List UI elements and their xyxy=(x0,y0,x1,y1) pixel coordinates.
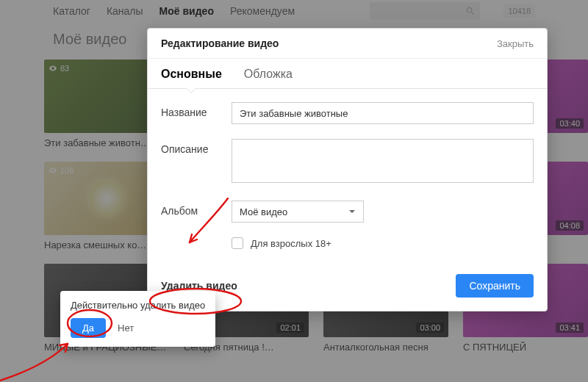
confirm-message: Действительно удалить видео xyxy=(71,300,205,311)
name-input[interactable] xyxy=(232,102,534,124)
album-selected-value: Моё видео xyxy=(240,206,287,217)
modal-tabs: Основные Обложка xyxy=(148,59,547,88)
album-select[interactable]: Моё видео xyxy=(232,201,364,223)
tab-main[interactable]: Основные xyxy=(161,68,222,88)
confirm-yes-button[interactable]: Да xyxy=(71,318,106,338)
label-album: Альбом xyxy=(161,201,232,217)
modal-title: Редактирование видео xyxy=(161,37,279,49)
label-name: Название xyxy=(161,102,232,118)
tab-cover[interactable]: Обложка xyxy=(244,68,293,88)
delete-confirm-popover: Действительно удалить видео Да Нет xyxy=(60,291,215,347)
delete-video-link[interactable]: Удалить видео xyxy=(161,280,237,292)
close-button[interactable]: Закрыть xyxy=(497,38,534,49)
adult-checkbox[interactable] xyxy=(232,237,243,249)
confirm-no-button[interactable]: Нет xyxy=(118,322,134,334)
modal-header: Редактирование видео Закрыть xyxy=(148,29,547,59)
page-root: Каталог Каналы Моё видео Рекомендуем 104… xyxy=(0,0,588,382)
label-description: Описание xyxy=(161,139,232,155)
edit-video-modal: Редактирование видео Закрыть Основные Об… xyxy=(147,28,548,311)
label-adult: Для взрослых 18+ xyxy=(251,238,331,249)
chevron-down-icon xyxy=(348,208,356,215)
modal-form: Название Описание Альбом Моё видео Для в… xyxy=(148,89,547,262)
description-textarea[interactable] xyxy=(232,139,534,183)
save-button[interactable]: Сохранить xyxy=(456,274,534,298)
